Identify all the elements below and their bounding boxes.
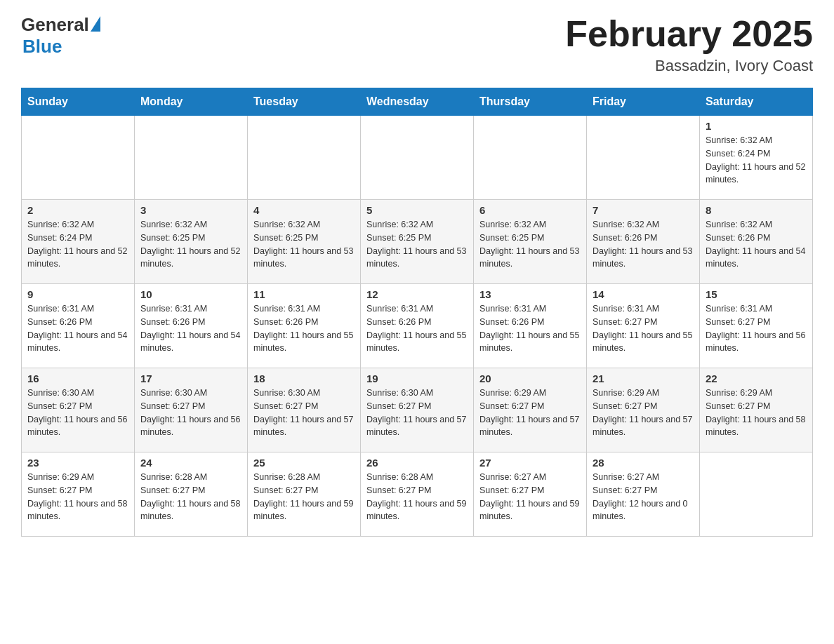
page-header: General Blue February 2025 Bassadzin, Iv… [21, 14, 813, 75]
month-year-title: February 2025 [565, 14, 813, 54]
calendar-cell: 17Sunrise: 6:30 AMSunset: 6:27 PMDayligh… [135, 368, 248, 452]
logo-triangle-icon [91, 16, 100, 32]
day-info: Sunrise: 6:32 AMSunset: 6:25 PMDaylight:… [366, 218, 468, 271]
calendar-cell [700, 452, 813, 537]
day-number: 28 [593, 457, 694, 469]
calendar-cell: 26Sunrise: 6:28 AMSunset: 6:27 PMDayligh… [361, 452, 474, 537]
weekday-header-monday: Monday [135, 88, 248, 116]
day-info: Sunrise: 6:27 AMSunset: 6:27 PMDaylight:… [593, 471, 694, 523]
day-info: Sunrise: 6:30 AMSunset: 6:27 PMDaylight:… [253, 387, 355, 439]
weekday-header-thursday: Thursday [474, 88, 587, 116]
day-number: 22 [706, 373, 807, 384]
weekday-header-wednesday: Wednesday [361, 88, 474, 116]
calendar-cell: 11Sunrise: 6:31 AMSunset: 6:26 PMDayligh… [248, 284, 361, 368]
calendar-cell: 15Sunrise: 6:31 AMSunset: 6:27 PMDayligh… [700, 284, 813, 368]
day-info: Sunrise: 6:31 AMSunset: 6:26 PMDaylight:… [366, 302, 468, 355]
day-number: 15 [706, 288, 807, 300]
day-info: Sunrise: 6:32 AMSunset: 6:24 PMDaylight:… [27, 218, 128, 271]
day-number: 26 [366, 457, 468, 469]
calendar-cell: 4Sunrise: 6:32 AMSunset: 6:25 PMDaylight… [248, 200, 361, 284]
calendar-cell: 23Sunrise: 6:29 AMSunset: 6:27 PMDayligh… [22, 452, 135, 537]
calendar-cell: 27Sunrise: 6:27 AMSunset: 6:27 PMDayligh… [474, 452, 587, 537]
weekday-header-friday: Friday [587, 88, 700, 116]
logo-blue-text: Blue [22, 36, 62, 58]
day-info: Sunrise: 6:28 AMSunset: 6:27 PMDaylight:… [366, 471, 468, 523]
week-row-5: 23Sunrise: 6:29 AMSunset: 6:27 PMDayligh… [22, 452, 813, 537]
day-number: 19 [366, 373, 468, 384]
calendar-cell: 14Sunrise: 6:31 AMSunset: 6:27 PMDayligh… [587, 284, 700, 368]
weekday-header-sunday: Sunday [22, 88, 135, 116]
calendar-cell: 18Sunrise: 6:30 AMSunset: 6:27 PMDayligh… [248, 368, 361, 452]
calendar-table: SundayMondayTuesdayWednesdayThursdayFrid… [21, 88, 813, 537]
calendar-cell: 8Sunrise: 6:32 AMSunset: 6:26 PMDaylight… [700, 200, 813, 284]
day-number: 27 [479, 457, 581, 469]
day-info: Sunrise: 6:30 AMSunset: 6:27 PMDaylight:… [140, 387, 241, 439]
day-number: 3 [140, 204, 241, 216]
week-row-4: 16Sunrise: 6:30 AMSunset: 6:27 PMDayligh… [22, 368, 813, 452]
title-section: February 2025 Bassadzin, Ivory Coast [565, 14, 813, 75]
day-number: 18 [253, 373, 355, 384]
day-number: 12 [366, 288, 468, 300]
day-info: Sunrise: 6:29 AMSunset: 6:27 PMDaylight:… [593, 387, 694, 439]
day-info: Sunrise: 6:32 AMSunset: 6:24 PMDaylight:… [706, 134, 807, 187]
day-info: Sunrise: 6:32 AMSunset: 6:26 PMDaylight:… [706, 218, 807, 271]
day-number: 25 [253, 457, 355, 469]
calendar-cell: 16Sunrise: 6:30 AMSunset: 6:27 PMDayligh… [22, 368, 135, 452]
day-info: Sunrise: 6:30 AMSunset: 6:27 PMDaylight:… [366, 387, 468, 439]
day-number: 4 [253, 204, 355, 216]
weekday-header-saturday: Saturday [700, 88, 813, 116]
week-row-1: 1Sunrise: 6:32 AMSunset: 6:24 PMDaylight… [22, 116, 813, 200]
day-info: Sunrise: 6:29 AMSunset: 6:27 PMDaylight:… [27, 471, 128, 523]
week-row-2: 2Sunrise: 6:32 AMSunset: 6:24 PMDaylight… [22, 200, 813, 284]
day-number: 13 [479, 288, 581, 300]
calendar-cell: 10Sunrise: 6:31 AMSunset: 6:26 PMDayligh… [135, 284, 248, 368]
calendar-cell: 28Sunrise: 6:27 AMSunset: 6:27 PMDayligh… [587, 452, 700, 537]
day-info: Sunrise: 6:31 AMSunset: 6:27 PMDaylight:… [706, 302, 807, 355]
day-number: 7 [593, 204, 694, 216]
day-number: 10 [140, 288, 241, 300]
day-info: Sunrise: 6:32 AMSunset: 6:25 PMDaylight:… [479, 218, 581, 271]
calendar-cell [587, 116, 700, 200]
day-number: 1 [706, 120, 807, 132]
calendar-cell [22, 116, 135, 200]
day-info: Sunrise: 6:31 AMSunset: 6:26 PMDaylight:… [253, 302, 355, 355]
day-info: Sunrise: 6:32 AMSunset: 6:25 PMDaylight:… [140, 218, 241, 271]
day-info: Sunrise: 6:32 AMSunset: 6:26 PMDaylight:… [593, 218, 694, 271]
calendar-cell: 20Sunrise: 6:29 AMSunset: 6:27 PMDayligh… [474, 368, 587, 452]
day-info: Sunrise: 6:28 AMSunset: 6:27 PMDaylight:… [253, 471, 355, 523]
calendar-cell [474, 116, 587, 200]
calendar-cell: 2Sunrise: 6:32 AMSunset: 6:24 PMDaylight… [22, 200, 135, 284]
day-info: Sunrise: 6:27 AMSunset: 6:27 PMDaylight:… [479, 471, 581, 523]
calendar-cell: 25Sunrise: 6:28 AMSunset: 6:27 PMDayligh… [248, 452, 361, 537]
day-info: Sunrise: 6:29 AMSunset: 6:27 PMDaylight:… [706, 387, 807, 439]
day-number: 2 [27, 204, 128, 216]
day-info: Sunrise: 6:32 AMSunset: 6:25 PMDaylight:… [253, 218, 355, 271]
calendar-cell: 1Sunrise: 6:32 AMSunset: 6:24 PMDaylight… [700, 116, 813, 200]
calendar-cell: 7Sunrise: 6:32 AMSunset: 6:26 PMDaylight… [587, 200, 700, 284]
logo: General Blue [21, 14, 100, 58]
calendar-cell: 12Sunrise: 6:31 AMSunset: 6:26 PMDayligh… [361, 284, 474, 368]
calendar-cell: 5Sunrise: 6:32 AMSunset: 6:25 PMDaylight… [361, 200, 474, 284]
calendar-cell: 24Sunrise: 6:28 AMSunset: 6:27 PMDayligh… [135, 452, 248, 537]
day-number: 5 [366, 204, 468, 216]
calendar-cell [248, 116, 361, 200]
calendar-cell: 9Sunrise: 6:31 AMSunset: 6:26 PMDaylight… [22, 284, 135, 368]
calendar-cell: 6Sunrise: 6:32 AMSunset: 6:25 PMDaylight… [474, 200, 587, 284]
location-text: Bassadzin, Ivory Coast [565, 57, 813, 75]
day-number: 20 [479, 373, 581, 384]
calendar-cell: 22Sunrise: 6:29 AMSunset: 6:27 PMDayligh… [700, 368, 813, 452]
day-info: Sunrise: 6:31 AMSunset: 6:26 PMDaylight:… [479, 302, 581, 355]
day-info: Sunrise: 6:31 AMSunset: 6:27 PMDaylight:… [593, 302, 694, 355]
calendar-cell [361, 116, 474, 200]
week-row-3: 9Sunrise: 6:31 AMSunset: 6:26 PMDaylight… [22, 284, 813, 368]
calendar-cell: 13Sunrise: 6:31 AMSunset: 6:26 PMDayligh… [474, 284, 587, 368]
logo-general-text: General [21, 14, 89, 36]
day-info: Sunrise: 6:31 AMSunset: 6:26 PMDaylight:… [27, 302, 128, 355]
calendar-cell: 19Sunrise: 6:30 AMSunset: 6:27 PMDayligh… [361, 368, 474, 452]
day-number: 6 [479, 204, 581, 216]
day-info: Sunrise: 6:30 AMSunset: 6:27 PMDaylight:… [27, 387, 128, 439]
day-number: 24 [140, 457, 241, 469]
day-number: 16 [27, 373, 128, 384]
weekday-header-row: SundayMondayTuesdayWednesdayThursdayFrid… [22, 88, 813, 116]
weekday-header-tuesday: Tuesday [248, 88, 361, 116]
